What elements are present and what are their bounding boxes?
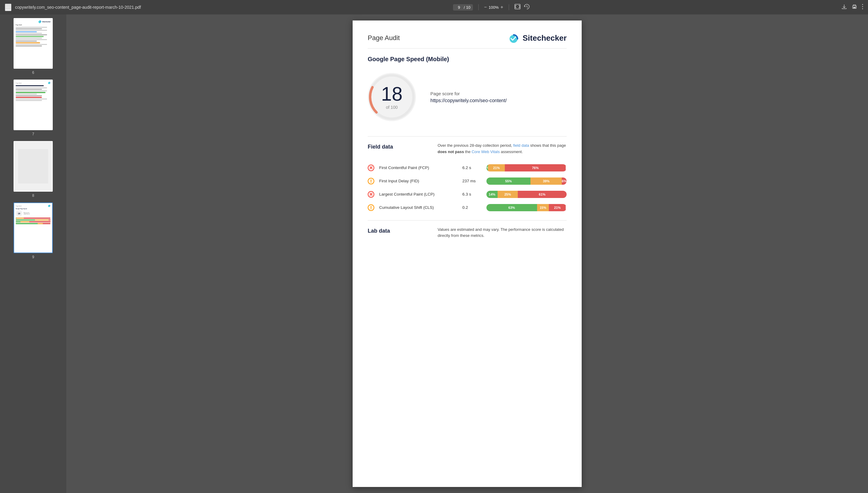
document-page: Page Audit Sitechecker Google P <box>353 21 582 487</box>
page-separator: / <box>464 5 465 9</box>
bar-segment-1-2: 6% <box>562 177 567 185</box>
metric-bar-1: 55%39%6% <box>486 177 567 185</box>
speed-section-title: Google Page Speed (Mobile) <box>368 56 567 63</box>
toolbar-right-actions <box>842 4 863 10</box>
svg-point-7 <box>862 4 863 5</box>
zoom-out-button[interactable]: − <box>484 5 487 9</box>
document-header: Page Audit Sitechecker <box>368 33 567 48</box>
core-web-vitals-link[interactable]: Core Web Vitals <box>472 149 500 154</box>
metric-icon-0: ✕ <box>368 165 374 171</box>
more-options-button[interactable] <box>862 4 863 10</box>
speed-section: Google Page Speed (Mobile) 18 of 100 <box>368 56 567 130</box>
thumb-number-6: 6 <box>32 70 34 75</box>
speed-content: 18 of 100 Page score for <box>368 70 567 130</box>
lab-data-label: Lab data <box>368 227 428 239</box>
field-data-section: Field data Over the previous 28-day coll… <box>368 143 567 214</box>
field-data-desc-4: assessment. <box>500 149 523 154</box>
history-button[interactable] <box>524 4 529 10</box>
metric-icon-1: ! <box>368 178 374 185</box>
metric-bar-2: 14%25%61% <box>486 191 567 198</box>
toolbar-divider-2 <box>509 4 509 10</box>
lab-data-section: Lab data Values are estimated and may va… <box>368 227 567 239</box>
print-button[interactable] <box>852 4 857 10</box>
sitechecker-icon <box>507 33 520 43</box>
thumb-frame-9: Page Audit Google Page Speed 18 Page sco… <box>14 202 53 253</box>
zoom-controls: − 100% + <box>484 5 503 9</box>
field-data-desc-3: the <box>464 149 471 154</box>
metrics-container: ✕First Contentful Paint (FCP)6.2 s2%21%7… <box>368 161 567 214</box>
thumb-frame-8 <box>14 141 53 192</box>
page-score-label: Page score for <box>430 91 507 96</box>
metric-row-2: ✕Largest Contentful Paint (LCP)6.3 s14%2… <box>368 188 567 201</box>
bar-segment-1-1: 39% <box>530 177 562 185</box>
menu-button[interactable] <box>5 4 12 11</box>
thumbnail-6[interactable]: Sitechecker Page Audit <box>14 18 53 75</box>
svg-rect-5 <box>853 7 855 8</box>
metric-name-3: Cumulative Layout Shift (CLS) <box>379 205 459 210</box>
metric-value-3: 0.2 <box>462 205 483 210</box>
thumb-frame-7: Page Audit <box>14 80 53 130</box>
score-number: 18 <box>381 84 403 104</box>
score-of: of 100 <box>386 105 398 110</box>
page-score-info: Page score for https://copywritely.com/s… <box>430 91 507 103</box>
fit-page-button[interactable] <box>515 4 521 10</box>
pdf-viewer[interactable]: Page Audit Sitechecker Google P <box>66 15 868 493</box>
thumbnail-8[interactable]: 8 <box>14 141 53 198</box>
metric-value-1: 237 ms <box>462 179 483 183</box>
field-data-bold: does not pass <box>438 149 464 154</box>
field-data-desc-2: shows that this page <box>529 143 566 148</box>
toolbar-divider-1 <box>478 4 479 10</box>
score-circle-wrapper: 18 of 100 <box>368 73 416 121</box>
metric-row-3: !Cumulative Layout Shift (CLS)0.263%15%2… <box>368 201 567 214</box>
svg-point-6 <box>855 6 856 7</box>
page-number-input[interactable]: 9 <box>455 5 463 9</box>
thumb-number-7: 7 <box>32 132 34 136</box>
bar-segment-2-1: 25% <box>498 191 518 198</box>
metric-value-2: 6.3 s <box>462 192 483 196</box>
field-data-desc-1: Over the previous 28-day collection peri… <box>438 143 513 148</box>
metric-bar-0: 2%21%76% <box>486 164 567 171</box>
bar-segment-2-0: 14% <box>486 191 498 198</box>
zoom-value: 100% <box>489 5 499 9</box>
thumb-frame-6: Sitechecker Page Audit <box>14 18 53 69</box>
thumb-number-9: 9 <box>32 255 34 259</box>
bar-segment-3-2: 21% <box>549 204 566 211</box>
download-button[interactable] <box>842 4 847 10</box>
svg-rect-2 <box>5 8 11 9</box>
metric-icon-2: ✕ <box>368 191 374 198</box>
lab-data-description: Values are estimated and may vary. The p… <box>438 227 567 239</box>
zoom-in-button[interactable]: + <box>500 5 503 9</box>
metric-row-0: ✕First Contentful Paint (FCP)6.2 s2%21%7… <box>368 161 567 174</box>
divider-1 <box>368 136 567 136</box>
field-data-description: Over the previous 28-day collection peri… <box>438 143 567 155</box>
metric-value-0: 6.2 s <box>462 166 483 170</box>
metric-name-2: Largest Contentful Paint (LCP) <box>379 192 459 196</box>
page-total: 10 <box>466 5 470 9</box>
bar-segment-1-0: 55% <box>486 177 530 185</box>
brand-name: Sitechecker <box>523 34 567 43</box>
toolbar: copywritely.com_seo-content_page-audit-r… <box>0 0 868 15</box>
bar-segment-2-2: 61% <box>518 191 567 198</box>
bar-segment-3-1: 15% <box>537 204 549 211</box>
thumbnails-sidebar: Sitechecker Page Audit <box>0 15 66 493</box>
thumb-number-8: 8 <box>32 193 34 198</box>
document-filename: copywritely.com_seo-content_page-audit-r… <box>15 5 141 9</box>
svg-point-8 <box>862 6 863 7</box>
svg-rect-1 <box>5 7 11 7</box>
metric-name-0: First Contentful Paint (FCP) <box>379 166 459 170</box>
bar-segment-0-1: 21% <box>488 164 505 171</box>
page-navigation: 9 / 10 <box>453 4 473 10</box>
metric-bar-3: 63%15%21% <box>486 204 567 211</box>
metric-icon-3: ! <box>368 204 374 211</box>
svg-point-9 <box>862 8 863 9</box>
page-audit-title: Page Audit <box>368 34 400 42</box>
thumbnail-7[interactable]: Page Audit <box>14 80 53 136</box>
svg-rect-0 <box>5 5 11 5</box>
bar-segment-0-2: 76% <box>505 164 566 171</box>
page-score-url: https://copywritely.com/seo-content/ <box>430 98 507 103</box>
field-data-link[interactable]: field data <box>513 143 529 148</box>
main-content: Sitechecker Page Audit <box>0 15 868 493</box>
brand-logo: Sitechecker <box>507 33 567 43</box>
metric-name-1: First Input Delay (FID) <box>379 179 459 183</box>
thumbnail-9[interactable]: Page Audit Google Page Speed 18 Page sco… <box>14 202 53 259</box>
